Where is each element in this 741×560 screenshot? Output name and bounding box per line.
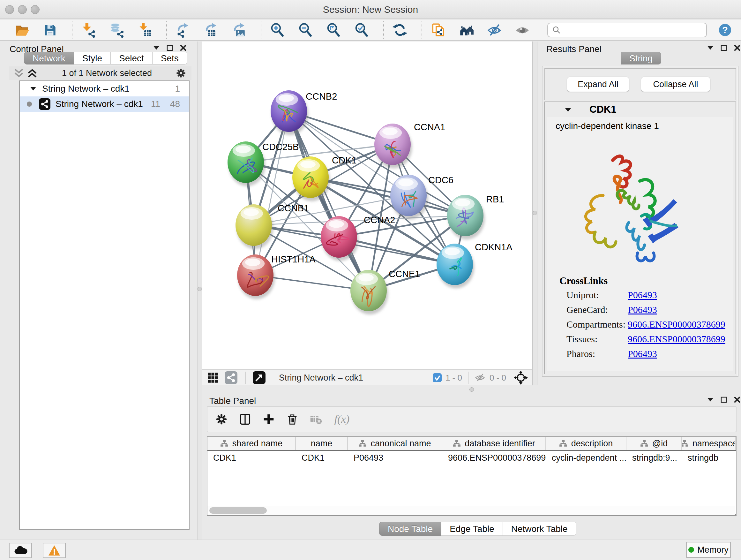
crosslink-value-link[interactable]: P06493 [628, 348, 657, 359]
right-splitter-knob[interactable] [533, 211, 537, 215]
horizontal-splitter-knob[interactable] [469, 387, 474, 392]
table-settings-gear-icon[interactable] [214, 412, 228, 426]
copy-network-icon[interactable] [430, 22, 446, 38]
network-node-ccnb2[interactable]: CCNB2 [271, 90, 337, 135]
hidden-items-icon[interactable] [474, 372, 486, 383]
network-node-ccne1[interactable]: CCNE1 [350, 269, 420, 314]
warnings-button[interactable] [43, 543, 66, 558]
zoom-in-icon[interactable] [270, 22, 285, 38]
collapse-entry-icon[interactable] [564, 107, 571, 113]
selected-nodes-icon[interactable] [433, 373, 442, 382]
network-canvas[interactable]: CCNB2 CCNA1 CDC25B CDK1 [202, 42, 532, 369]
table-horizontal-scrollbar[interactable] [207, 506, 735, 515]
column-header-canonical-name[interactable]: canonical name [348, 437, 442, 450]
cloud-status-button[interactable] [9, 543, 32, 558]
delete-column-icon[interactable] [285, 412, 299, 426]
delete-table-icon[interactable] [309, 412, 323, 426]
collapse-all-button[interactable]: Collapse All [641, 77, 711, 92]
show-columns-icon[interactable] [238, 412, 252, 426]
search-field[interactable] [547, 23, 707, 37]
tree-expand-icon[interactable] [30, 86, 37, 91]
crosslink-value-link[interactable]: 9606.ENSP00000378699 [628, 319, 725, 330]
table-cell[interactable]: P06493 [348, 451, 442, 465]
crosslink-row: Uniprot:P06493 [566, 290, 599, 300]
search-input[interactable] [561, 25, 698, 35]
export-table-icon[interactable] [203, 22, 219, 38]
network-node-cdc25b[interactable]: CDC25B [227, 141, 299, 186]
tab-string[interactable]: String [621, 52, 661, 64]
tab-edge-table[interactable]: Edge Table [441, 522, 503, 536]
import-database-icon[interactable] [109, 22, 124, 38]
table-cell[interactable]: stringdb:9... [626, 451, 682, 465]
panel-menu-icon[interactable] [153, 45, 159, 51]
network-node-cdc6[interactable]: CDC6 [390, 175, 454, 219]
table-cell[interactable]: CDK1 [207, 451, 296, 465]
add-column-icon[interactable] [262, 412, 276, 426]
birdseye-view-icon[interactable] [253, 371, 266, 384]
panel-close-icon[interactable] [734, 396, 740, 403]
network-node-hist1h1a[interactable]: HIST1H1A [237, 254, 316, 299]
column-header-name[interactable]: name [296, 437, 348, 450]
open-session-icon[interactable] [14, 22, 30, 38]
column-header-shared-name[interactable]: shared name [207, 437, 296, 450]
panel-float-icon[interactable] [721, 45, 727, 51]
hide-labels-icon[interactable] [487, 22, 502, 38]
tab-network[interactable]: Network [24, 52, 74, 64]
table-cell[interactable]: stringdb [682, 451, 736, 465]
zoom-fit-icon[interactable] [326, 22, 341, 38]
crosslinks-title: CrossLinks [559, 275, 608, 287]
network-node-cdk1[interactable]: CDK1 [292, 155, 356, 201]
crosslink-value-link[interactable]: P06493 [628, 304, 657, 315]
export-network-icon[interactable] [175, 22, 191, 38]
panel-menu-icon[interactable] [707, 397, 714, 402]
crosslink-value-link[interactable]: P06493 [628, 290, 657, 300]
node-label: CDKN1A [475, 242, 513, 252]
network-node-cdkn1a[interactable]: CDKN1A [436, 242, 513, 288]
network-view-icon[interactable] [225, 371, 238, 384]
expand-all-button[interactable]: Expand All [567, 77, 629, 92]
column-header-database-identifier[interactable]: database identifier [442, 437, 546, 450]
network-collection-row[interactable]: String Network – cdk1 1 [20, 81, 189, 97]
function-builder-icon[interactable]: f(x) [333, 412, 357, 426]
import-table-icon[interactable] [137, 22, 152, 38]
panel-close-icon[interactable] [180, 45, 186, 51]
left-splitter-knob[interactable] [198, 287, 202, 291]
zoom-selected-icon[interactable] [354, 22, 369, 38]
grid-view-icon[interactable] [207, 372, 219, 384]
crosslink-value-link[interactable]: 9606.ENSP00000378699 [628, 334, 725, 345]
help-button[interactable]: ? [718, 23, 732, 37]
memory-button[interactable]: Memory [686, 542, 731, 558]
scrollbar-thumb[interactable] [209, 507, 267, 514]
table-header-row: shared namenamecanonical namedatabase id… [207, 437, 736, 451]
table-cell[interactable]: 9606.ENSP00000378699 [442, 451, 546, 465]
collapse-all-icon[interactable] [12, 68, 25, 78]
expand-all-icon[interactable] [25, 68, 39, 78]
column-header-namespace[interactable]: namespace [682, 437, 736, 450]
tab-node-table[interactable]: Node Table [379, 522, 441, 536]
tab-sets[interactable]: Sets [152, 52, 187, 64]
tab-select[interactable]: Select [111, 52, 152, 64]
refresh-network-icon[interactable] [392, 22, 408, 38]
network-node-rb1[interactable]: RB1 [447, 194, 504, 240]
network-options-gear-icon[interactable] [175, 67, 187, 79]
panel-close-icon[interactable] [734, 45, 740, 51]
column-header--id[interactable]: @id [626, 437, 682, 450]
column-header-description[interactable]: description [546, 437, 626, 450]
save-session-icon[interactable] [43, 22, 58, 38]
table-panel-tabs: Node TableEdge TableNetwork Table [379, 522, 576, 536]
tab-style[interactable]: Style [74, 52, 111, 64]
panel-float-icon[interactable] [166, 45, 173, 51]
import-network-icon[interactable] [81, 22, 96, 38]
table-cell[interactable]: cyclin-dependent ... [546, 451, 626, 465]
string-home-icon[interactable] [459, 22, 474, 38]
panel-float-icon[interactable] [721, 396, 727, 403]
show-preview-icon[interactable] [515, 22, 530, 38]
export-image-icon[interactable] [231, 22, 247, 38]
table-row[interactable]: CDK1CDK1P064939606.ENSP00000378699cyclin… [207, 451, 736, 465]
fit-selected-icon[interactable] [514, 371, 528, 385]
table-cell[interactable]: CDK1 [296, 451, 348, 465]
zoom-out-icon[interactable] [298, 22, 313, 38]
tab-network-table[interactable]: Network Table [503, 522, 576, 536]
network-row[interactable]: String Network – cdk1 11 48 [20, 97, 189, 112]
panel-menu-icon[interactable] [707, 45, 714, 51]
